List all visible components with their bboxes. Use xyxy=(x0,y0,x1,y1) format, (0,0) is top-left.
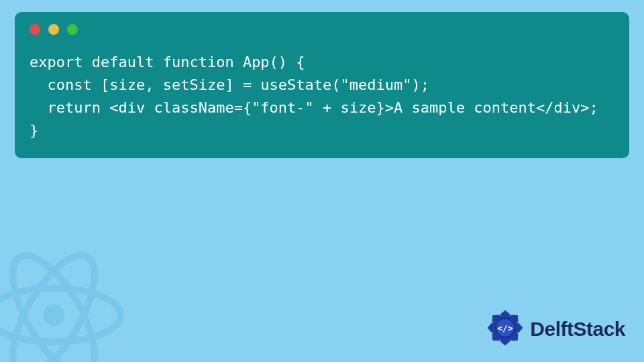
code-line: export default function App() { xyxy=(30,54,305,70)
react-icon xyxy=(0,248,127,362)
brand-logo-icon: </> xyxy=(486,308,525,350)
code-window: export default function App() { const [s… xyxy=(15,12,629,158)
close-icon xyxy=(30,24,40,35)
brand: </> DelftStack xyxy=(486,308,625,350)
zoom-icon xyxy=(67,24,78,35)
code-line: const [size, setSize] = useState("medium… xyxy=(30,76,429,93)
code-line: return <div className={"font-" + size}>A… xyxy=(30,99,598,116)
svg-point-3 xyxy=(43,304,64,326)
brand-name: DelftStack xyxy=(530,318,625,341)
window-controls xyxy=(30,24,614,35)
code-line: } xyxy=(30,122,38,139)
code-block: export default function App() { const [s… xyxy=(30,51,614,142)
minimize-icon xyxy=(48,24,59,35)
svg-text:</>: </> xyxy=(498,323,514,333)
